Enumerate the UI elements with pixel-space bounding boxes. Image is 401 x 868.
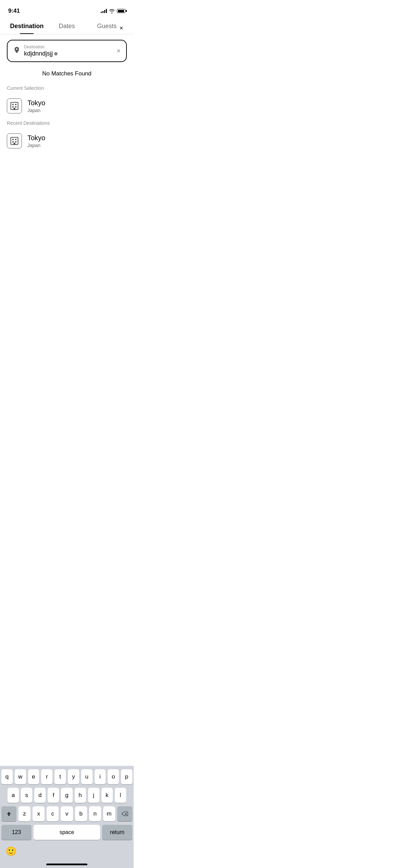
search-clear-button[interactable]: × [117,47,121,55]
svg-rect-5 [14,108,15,110]
current-selection-text: Tokyo Japan [27,99,45,113]
search-input-area[interactable]: Destination kdjdnndjsjj [24,45,113,57]
tab-bar: Destination Dates Guests × [0,17,134,34]
location-pin-icon [13,46,21,56]
signal-bars-icon [101,9,107,13]
search-field-label: Destination [24,45,113,49]
svg-rect-1 [12,104,14,105]
recent-destination-city: Tokyo [27,134,45,142]
battery-icon [117,9,125,13]
building-icon-wrap [7,98,22,113]
close-button[interactable]: × [116,23,127,34]
current-selection-city: Tokyo [27,99,45,107]
recent-destination-item[interactable]: Tokyo Japan [0,130,134,154]
svg-rect-11 [14,143,15,145]
recent-destination-country: Japan [27,143,45,148]
svg-rect-8 [15,139,16,140]
recent-building-icon [10,136,19,146]
tab-destination[interactable]: Destination [7,23,47,34]
status-bar: 9:41 [0,0,134,17]
current-selection-label: Current Selection [0,84,134,95]
no-matches-text: No Matches Found [0,68,134,84]
svg-rect-10 [15,141,16,143]
search-input[interactable]: kdjdnndjsjj [24,50,113,57]
tab-active-indicator [20,33,34,34]
svg-rect-3 [12,106,14,108]
recent-destinations-label: Recent Destinations [0,119,134,130]
recent-building-icon-wrap [7,133,22,148]
wifi-icon [109,9,115,13]
text-cursor [54,52,58,56]
status-icons [101,9,125,13]
building-icon [10,101,19,111]
status-time: 9:41 [8,8,20,14]
current-selection-item[interactable]: Tokyo Japan [0,95,134,119]
tab-dates[interactable]: Dates [47,23,87,34]
search-box[interactable]: Destination kdjdnndjsjj × [7,40,127,62]
current-selection-country: Japan [27,108,45,113]
svg-rect-2 [15,104,16,105]
svg-rect-4 [15,106,16,108]
svg-rect-7 [12,139,14,140]
search-container: Destination kdjdnndjsjj × [0,34,134,68]
svg-rect-9 [12,141,14,143]
recent-destination-text: Tokyo Japan [27,134,45,148]
